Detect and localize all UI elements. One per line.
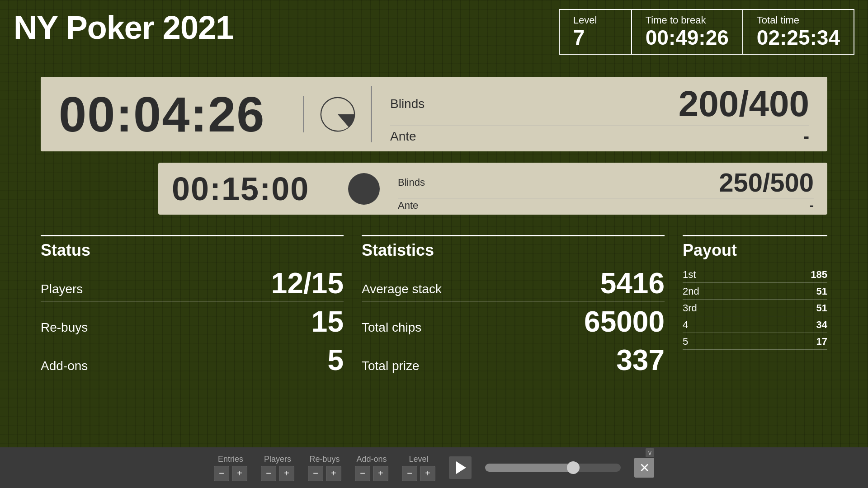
next-blinds-value: 250/500 (719, 169, 814, 196)
avg-stack-label: Average stack (362, 282, 442, 296)
current-timer: 00:04:26 (59, 85, 294, 143)
ante-value: - (803, 126, 809, 146)
status-block: Status Players 12/15 Re-buys 15 Add-ons … (41, 235, 344, 384)
entries-label: Entries (218, 455, 243, 464)
addons-minus-btn[interactable]: − (355, 466, 370, 481)
time-to-break-label: Time to break (646, 14, 729, 26)
addons-label: Add-ons (41, 359, 88, 373)
next-blinds-label: Blinds (398, 177, 425, 188)
addons-control: Add-ons − + (355, 455, 388, 481)
payout-place: 1st (683, 269, 696, 281)
pie-clock-icon (320, 96, 356, 132)
progress-slider[interactable] (485, 464, 621, 472)
level-plus-btn[interactable]: + (420, 466, 435, 481)
entries-control: Entries − + (214, 455, 247, 481)
status-title: Status (41, 235, 344, 260)
version-badge: v (646, 448, 654, 457)
payout-amount: 51 (816, 302, 827, 314)
addons-plus-btn[interactable]: + (373, 466, 388, 481)
rebuys-buttons: − + (308, 466, 341, 481)
play-icon (456, 461, 466, 474)
statistics-title: Statistics (362, 235, 665, 260)
statistics-block: Statistics Average stack 5416 Total chip… (362, 235, 665, 384)
total-prize-row: Total prize 337 (362, 346, 665, 378)
level-control: Level − + (402, 455, 435, 481)
rebuys-minus-btn[interactable]: − (308, 466, 323, 481)
avg-stack-row: Average stack 5416 (362, 269, 665, 302)
circle-icon (348, 173, 380, 205)
payout-amount: 185 (811, 269, 827, 281)
stats-section: Status Players 12/15 Re-buys 15 Add-ons … (41, 235, 827, 384)
total-chips-row: Total chips 65000 (362, 307, 665, 340)
app-title: NY Poker 2021 (14, 9, 233, 46)
addons-value: 5 (327, 346, 344, 375)
players-ctrl-label: Players (264, 455, 291, 464)
players-buttons: − + (261, 466, 294, 481)
payout-place: 4 (683, 319, 688, 331)
payout-row: 1st185 (683, 269, 827, 283)
blinds-row: Blinds 200/400 (390, 86, 809, 126)
rebuys-control: Re-buys − + (308, 455, 341, 481)
payout-place: 5 (683, 336, 688, 347)
current-blinds-section: Blinds 200/400 Ante - (371, 86, 809, 142)
clock-icon-container (303, 96, 357, 132)
rebuys-plus-btn[interactable]: + (326, 466, 341, 481)
total-chips-label: Total chips (362, 320, 421, 335)
level-stat: Level 7 (560, 10, 632, 54)
payout-title: Payout (683, 235, 827, 260)
payout-row: 2nd51 (683, 286, 827, 300)
players-plus-btn[interactable]: + (279, 466, 294, 481)
blinds-value: 200/400 (679, 86, 809, 122)
slider-thumb (567, 461, 580, 474)
header-stats: Level 7 Time to break 00:49:26 Total tim… (559, 9, 854, 55)
next-ante-row: Ante - (398, 198, 814, 213)
rebuys-ctrl-label: Re-buys (309, 455, 340, 464)
level-ctrl-label: Level (409, 455, 428, 464)
time-to-break-value: 00:49:26 (646, 26, 729, 49)
rebuys-label: Re-buys (41, 320, 88, 335)
total-time-stat: Total time 02:25:34 (743, 10, 854, 54)
control-bar: v Entries − + Players − + Re-buys − + (0, 447, 868, 488)
total-chips-value: 65000 (584, 307, 665, 336)
next-blinds-row: Blinds 250/500 (398, 169, 814, 198)
payout-rows: 1st1852nd513rd51434517 (683, 269, 827, 350)
payout-row: 517 (683, 336, 827, 350)
payout-block: Payout 1st1852nd513rd51434517 (683, 235, 827, 384)
payout-row: 3rd51 (683, 302, 827, 316)
payout-place: 2nd (683, 286, 699, 297)
control-bar-wrapper: v Entries − + Players − + Re-buys − + (214, 455, 654, 481)
next-blinds-section: Blinds 250/500 Ante - (384, 169, 814, 208)
rebuys-value: 15 (311, 307, 344, 336)
current-level-panel: 00:04:26 Blinds 200/400 Ante - (41, 77, 827, 151)
players-value: 12/15 (271, 269, 344, 298)
rebuys-row: Re-buys 15 (41, 307, 344, 340)
next-level-panel: 00:15:00 Blinds 250/500 Ante - (158, 163, 827, 215)
level-minus-btn[interactable]: − (402, 466, 417, 481)
avg-stack-value: 5416 (600, 269, 665, 298)
level-value: 7 (573, 26, 618, 49)
payout-place: 3rd (683, 302, 697, 314)
close-button[interactable]: ✕ (634, 458, 654, 478)
play-button[interactable] (449, 456, 472, 479)
entries-minus-btn[interactable]: − (214, 466, 229, 481)
next-timer: 00:15:00 (172, 170, 344, 207)
time-to-break-stat: Time to break 00:49:26 (632, 10, 743, 54)
entries-plus-btn[interactable]: + (232, 466, 247, 481)
blinds-label: Blinds (390, 97, 425, 111)
payout-amount: 17 (816, 336, 827, 347)
payout-amount: 51 (816, 286, 827, 297)
next-ante-label: Ante (398, 200, 418, 211)
next-ante-value: - (810, 198, 814, 213)
payout-row: 434 (683, 319, 827, 333)
payout-amount: 34 (816, 319, 827, 331)
entries-buttons: − + (214, 466, 247, 481)
addons-row: Add-ons 5 (41, 346, 344, 378)
players-minus-btn[interactable]: − (261, 466, 276, 481)
players-label: Players (41, 282, 83, 296)
ante-label: Ante (390, 129, 416, 144)
total-prize-label: Total prize (362, 359, 420, 373)
next-clock-icon (344, 173, 384, 205)
header: NY Poker 2021 Level 7 Time to break 00:4… (0, 0, 868, 64)
players-control: Players − + (261, 455, 294, 481)
total-time-value: 02:25:34 (757, 26, 840, 49)
